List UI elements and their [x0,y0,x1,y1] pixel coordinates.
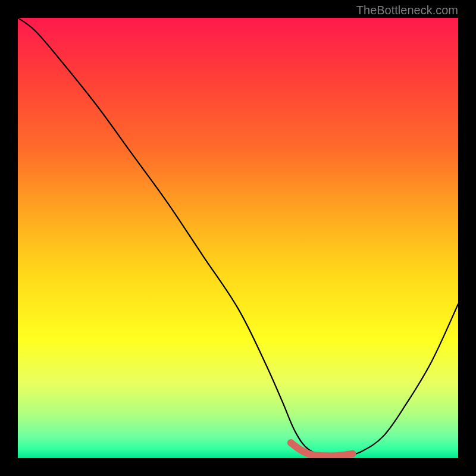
chart-svg [18,18,458,458]
optimal-range-highlight [291,443,353,456]
chart-container: TheBottleneck.com [0,0,476,476]
plot-area [18,18,458,458]
watermark-text: TheBottleneck.com [356,4,458,17]
bottleneck-curve [18,18,458,457]
